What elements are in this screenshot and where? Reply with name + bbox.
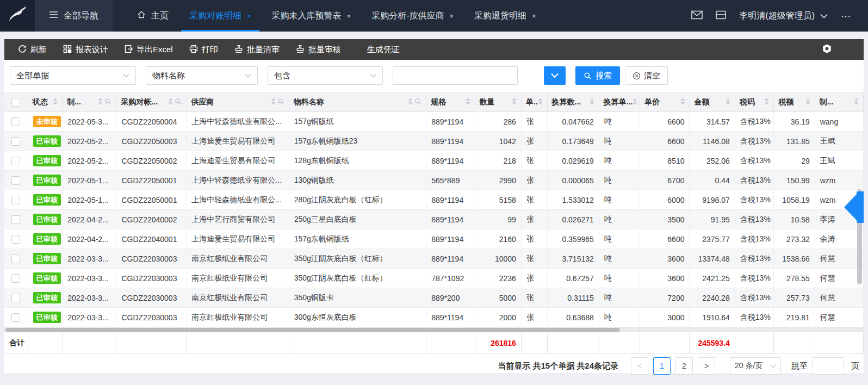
- row-checkbox[interactable]: [11, 254, 20, 263]
- row-checkbox[interactable]: [11, 176, 20, 185]
- sort-icon[interactable]: [53, 98, 58, 107]
- page-button-1[interactable]: 1: [653, 357, 671, 375]
- tab-3[interactable]: 采购分析-按供应商×: [361, 0, 464, 32]
- column-header-conv_qty[interactable]: 换算数...: [548, 93, 599, 111]
- sort-icon[interactable]: [726, 98, 730, 107]
- table-row[interactable]: 已审核2022-05-2...CGDZ22050002上海迪爱生贸易有限公司12…: [4, 151, 864, 171]
- toolbar-button-3[interactable]: 打印: [181, 45, 226, 55]
- horizontal-scrollbar-thumb[interactable]: [5, 328, 620, 332]
- column-header-material[interactable]: 物料名称: [289, 93, 427, 111]
- column-header-tax_amount[interactable]: 税额: [774, 93, 815, 111]
- column-header-supplier[interactable]: 供应商: [187, 93, 289, 111]
- column-search-icon[interactable]: [104, 98, 111, 107]
- row-checkbox[interactable]: [11, 137, 20, 146]
- toolbar-button-5[interactable]: 批量审核: [288, 45, 349, 55]
- column-header-tax_code[interactable]: 税码: [735, 93, 774, 111]
- column-header-unit[interactable]: 单..: [522, 93, 548, 111]
- tab-4[interactable]: 采购退货明细×: [464, 0, 547, 32]
- row-checkbox[interactable]: [11, 235, 20, 244]
- cell-supplier: 上海中轻森德纸业有限公...: [187, 171, 289, 190]
- filter-keyword-input[interactable]: [393, 66, 518, 85]
- jump-page-input[interactable]: [813, 357, 844, 375]
- horizontal-scrollbar[interactable]: [4, 327, 864, 332]
- column-search-icon[interactable]: [175, 98, 182, 107]
- sort-icon[interactable]: [512, 98, 517, 107]
- prev-page-button[interactable]: <: [631, 357, 648, 375]
- page-button-2[interactable]: 2: [675, 357, 693, 375]
- app-logo[interactable]: [0, 0, 35, 32]
- column-header-date[interactable]: 制...: [63, 93, 116, 111]
- row-checkbox[interactable]: [11, 157, 20, 165]
- close-icon[interactable]: ×: [347, 12, 351, 20]
- field-select[interactable]: 物料名称: [146, 66, 258, 85]
- tab-1[interactable]: 采购对账明细×: [179, 0, 262, 32]
- nav-all-button[interactable]: 全部导航: [35, 0, 113, 32]
- expand-filter-button[interactable]: [544, 66, 566, 85]
- close-icon[interactable]: ×: [247, 12, 251, 20]
- table-row[interactable]: 已审核2022-03-3...CGDZ22030003南京红极纸业有限公司350…: [4, 288, 864, 308]
- column-search-icon[interactable]: [414, 98, 421, 107]
- tab-home[interactable]: 主页: [127, 0, 179, 32]
- sort-icon[interactable]: [408, 98, 413, 107]
- sort-icon[interactable]: [168, 98, 173, 107]
- side-panel-toggle[interactable]: [843, 191, 864, 223]
- tab-2[interactable]: 采购未入库预警表×: [262, 0, 362, 32]
- column-header-qty[interactable]: 数量: [475, 93, 522, 111]
- search-button[interactable]: 搜索: [575, 66, 620, 85]
- table-row[interactable]: 已审核2022-05-1...CGDZ22050001上海中轻森德纸业有限公..…: [4, 190, 864, 210]
- mail-icon[interactable]: [691, 10, 703, 22]
- workspace-icon[interactable]: [716, 10, 726, 22]
- row-checkbox[interactable]: [11, 294, 20, 302]
- sort-icon[interactable]: [805, 98, 810, 107]
- row-checkbox[interactable]: [11, 196, 20, 204]
- column-search-icon[interactable]: [277, 98, 284, 107]
- doc-type-select[interactable]: 全部单据: [10, 66, 136, 85]
- toolbar-button-6[interactable]: 生成凭证: [359, 45, 408, 55]
- toolbar-button-1[interactable]: 报表设计: [55, 45, 116, 55]
- toolbar-button-0[interactable]: 刷新: [10, 45, 55, 55]
- sort-icon[interactable]: [98, 98, 103, 107]
- page-size-select[interactable]: 20 条/页: [730, 357, 781, 375]
- column-label: 制...: [67, 97, 81, 107]
- table-row[interactable]: 未审核2022-05-3...CGDZ22050004上海中轻森德纸业有限公..…: [4, 112, 864, 132]
- toolbar-button-2[interactable]: 导出Excel: [116, 45, 181, 55]
- column-header-spec[interactable]: 规格: [426, 93, 475, 111]
- table-row[interactable]: 已审核2022-05-2...CGDZ22050003上海迪爱生贸易有限公司15…: [4, 132, 864, 151]
- table-row[interactable]: 已审核2022-03-3...CGDZ22030003南京红极纸业有限公司300…: [4, 308, 864, 327]
- user-menu[interactable]: 李明清(超级管理员): [739, 10, 828, 22]
- close-icon[interactable]: ×: [532, 12, 536, 20]
- row-checkbox[interactable]: [11, 215, 20, 224]
- toolbar-button-4[interactable]: 批量消审: [226, 45, 288, 55]
- select-all-checkbox[interactable]: [11, 98, 20, 107]
- column-header-doc_no[interactable]: 采购对帐...: [116, 93, 187, 111]
- sort-icon[interactable]: [538, 98, 543, 107]
- operator-select[interactable]: 包含: [268, 66, 383, 85]
- row-checkbox[interactable]: [11, 274, 20, 283]
- table-row[interactable]: 已审核2022-04-2...CGDZ22040002上海中艺行商贸有限公司25…: [4, 210, 864, 229]
- row-checkbox[interactable]: [11, 117, 20, 126]
- more-menu-button[interactable]: ⋯: [841, 10, 852, 22]
- clear-button[interactable]: 清空: [625, 66, 668, 85]
- table-row[interactable]: 已审核2022-05-1...CGDZ22050001上海中轻森德纸业有限公..…: [4, 171, 864, 190]
- sort-icon[interactable]: [854, 98, 859, 107]
- settings-button[interactable]: [822, 44, 832, 56]
- table-row[interactable]: 已审核2022-03-3...CGDZ22030003南京红极纸业有限公司350…: [4, 249, 864, 269]
- row-checkbox[interactable]: [11, 313, 20, 322]
- sort-icon[interactable]: [764, 98, 769, 107]
- next-page-button[interactable]: >: [698, 357, 715, 375]
- table-row[interactable]: 已审核2022-04-2...CGDZ22040001上海迪爱生贸易有限公司15…: [4, 229, 864, 249]
- close-icon[interactable]: ×: [450, 12, 454, 20]
- sort-icon[interactable]: [271, 98, 276, 107]
- status-badge: 已审核: [33, 175, 61, 186]
- sort-icon[interactable]: [680, 98, 685, 107]
- sort-icon[interactable]: [633, 98, 637, 107]
- table-row[interactable]: 已审核2022-03-3...CGDZ22030003南京红极纸业有限公司350…: [4, 269, 864, 288]
- cell-doc_no: CGDZ22030003: [116, 269, 187, 288]
- column-header-status[interactable]: 状态: [28, 93, 63, 111]
- column-header-amount[interactable]: 金额: [690, 93, 735, 111]
- sort-icon[interactable]: [590, 98, 594, 107]
- sort-icon[interactable]: [466, 98, 470, 107]
- column-header-maker[interactable]: 制...: [815, 93, 864, 111]
- column-header-price[interactable]: 单价: [640, 93, 690, 111]
- column-header-conv_unit[interactable]: 换算单...: [599, 93, 640, 111]
